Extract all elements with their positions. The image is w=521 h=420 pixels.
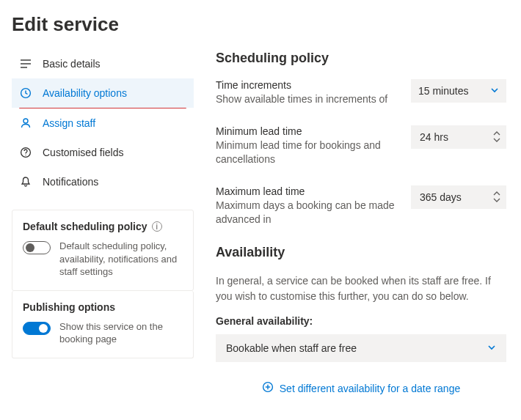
person-icon	[19, 117, 32, 130]
time-increments-desc: Show available times in increments of	[216, 92, 396, 106]
nav-label: Basic details	[43, 58, 101, 70]
publishing-toggle[interactable]	[23, 322, 51, 335]
spinner-value: 365 days	[420, 191, 493, 203]
spinner-value: 24 hrs	[420, 131, 493, 143]
question-icon	[19, 146, 32, 159]
time-increments-label: Time increments	[216, 79, 396, 91]
plus-circle-icon	[262, 381, 274, 395]
scheduling-policy-heading: Scheduling policy	[216, 51, 506, 66]
nav-label: Availability options	[43, 87, 127, 99]
min-lead-desc: Minimum lead time for bookings and cance…	[216, 139, 396, 166]
default-policy-toggle[interactable]	[23, 241, 51, 254]
availability-description: In general, a service can be booked when…	[216, 273, 506, 303]
nav-assign-staff[interactable]: Assign staff	[12, 108, 194, 138]
card-title: Publishing options	[23, 301, 115, 313]
min-lead-label: Minimum lead time	[216, 125, 396, 137]
svg-point-6	[25, 155, 26, 155]
time-increments-select[interactable]: 15 minutes	[411, 79, 506, 103]
max-lead-desc: Maximum days a booking can be made advan…	[216, 199, 396, 226]
max-lead-spinner[interactable]: 365 days	[411, 185, 506, 209]
info-icon[interactable]: i	[152, 221, 162, 232]
select-value: Bookable when staff are free	[226, 342, 357, 354]
toggle-description: Show this service on the booking page	[59, 320, 183, 346]
nav-label: Notifications	[43, 176, 98, 188]
max-lead-label: Maximum lead time	[216, 185, 396, 197]
link-text: Set different availability for a date ra…	[280, 383, 460, 394]
nav-customised-fields[interactable]: Customised fields	[12, 138, 194, 167]
chevron-down-icon	[490, 85, 499, 97]
general-availability-label: General availability:	[216, 315, 506, 327]
clock-icon	[19, 86, 32, 100]
list-icon	[19, 57, 32, 70]
toggle-description: Default scheduling policy, availability,…	[59, 240, 183, 279]
nav-basic-details[interactable]: Basic details	[12, 49, 194, 78]
general-availability-select[interactable]: Bookable when staff are free	[216, 334, 506, 362]
default-scheduling-policy-card: Default scheduling policy i Default sche…	[12, 210, 194, 291]
nav-availability-options[interactable]: Availability options	[12, 78, 194, 108]
nav-label: Customised fields	[43, 147, 124, 158]
svg-point-4	[23, 119, 28, 123]
set-availability-range-link[interactable]: Set different availability for a date ra…	[216, 381, 506, 395]
chevron-down-icon	[487, 342, 496, 354]
nav-notifications[interactable]: Notifications	[12, 167, 194, 196]
nav-label: Assign staff	[43, 117, 95, 129]
availability-heading: Availability	[216, 245, 506, 260]
select-value: 15 minutes	[418, 85, 468, 97]
min-lead-spinner[interactable]: 24 hrs	[411, 125, 506, 149]
bell-icon	[19, 175, 32, 188]
publishing-options-card: Publishing options Show this service on …	[12, 291, 194, 358]
page-title: Edit service	[12, 13, 506, 36]
spinner-arrows[interactable]	[493, 191, 500, 202]
card-title: Default scheduling policy	[23, 221, 147, 232]
spinner-arrows[interactable]	[493, 131, 500, 142]
